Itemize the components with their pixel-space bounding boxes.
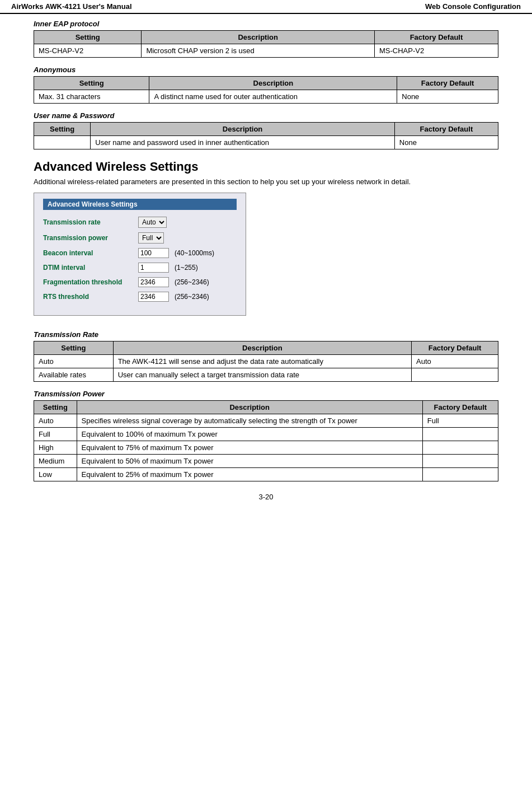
aws-field-row: Fragmentation threshold(256~2346): [43, 277, 237, 287]
table-row: Available ratesUser can manually select …: [34, 368, 498, 382]
table-row: HighEquivalent to 75% of maximum Tx powe…: [34, 441, 498, 455]
tp-col-setting: Setting: [34, 401, 77, 414]
inner-eap-section: Inner EAP protocol Setting Description F…: [34, 20, 498, 58]
anonymous-label: Anonymous: [34, 66, 498, 74]
aws-input-3[interactable]: [138, 263, 169, 273]
aws-select-0[interactable]: Auto: [138, 217, 167, 228]
table-row: AutoSpecifies wireless signal coverage b…: [34, 414, 498, 428]
table-cell: Auto: [34, 414, 77, 428]
aws-field-row: Beacon interval(40~1000ms): [43, 248, 237, 258]
tp-col-description: Description: [77, 401, 422, 414]
table-row: FullEquivalent to 100% of maximum Tx pow…: [34, 428, 498, 441]
table-row: Max. 31 charactersA distinct name used f…: [34, 90, 498, 104]
aws-field-control-5[interactable]: (256~2346): [138, 292, 209, 302]
table-cell: High: [34, 441, 77, 455]
username-label: User name & Password: [34, 111, 498, 120]
table-cell: [412, 368, 498, 382]
aws-description: Additional wireless-related parameters a…: [34, 177, 498, 186]
aws-field-label-1: Transmission power: [43, 234, 138, 242]
aws-field-row: Transmission powerFull: [43, 232, 237, 244]
table-cell: A distinct name used for outer authentic…: [149, 90, 397, 104]
inner-eap-col-factory: Factory Default: [374, 31, 498, 44]
table-cell: User can manually select a target transm…: [113, 368, 411, 382]
table-cell: Equivalent to 25% of maximum Tx power: [77, 468, 422, 481]
table-cell: [34, 136, 91, 149]
table-cell: Microsoft CHAP version 2 is used: [142, 44, 375, 58]
transmission-rate-table: Setting Description Factory Default Auto…: [34, 341, 498, 382]
aws-input-4[interactable]: [138, 277, 169, 287]
table-cell: MS-CHAP-V2: [374, 44, 498, 58]
aws-field-control-2[interactable]: (40~1000ms): [138, 248, 214, 258]
user-col-setting: Setting: [34, 123, 91, 136]
table-cell: Auto: [34, 355, 114, 368]
anonymous-table: Setting Description Factory Default Max.…: [34, 76, 498, 104]
aws-field-control-0[interactable]: Auto: [138, 217, 167, 228]
main-content: Inner EAP protocol Setting Description F…: [0, 14, 532, 512]
table-cell: MS-CHAP-V2: [34, 44, 142, 58]
table-row: MS-CHAP-V2Microsoft CHAP version 2 is us…: [34, 44, 498, 58]
inner-eap-col-description: Description: [142, 31, 375, 44]
username-table: Setting Description Factory Default User…: [34, 122, 498, 149]
inner-eap-label: Inner EAP protocol: [34, 20, 498, 28]
aws-input-2[interactable]: [138, 248, 169, 258]
tr-col-description: Description: [113, 341, 411, 355]
tr-col-factory: Factory Default: [412, 341, 498, 355]
table-cell: Auto: [412, 355, 498, 368]
anon-col-setting: Setting: [34, 77, 149, 90]
table-row: LowEquivalent to 25% of maximum Tx power: [34, 468, 498, 481]
aws-field-label-3: DTIM interval: [43, 264, 138, 272]
table-cell: The AWK-4121 will sense and adjust the d…: [113, 355, 411, 368]
aws-field-label-0: Transmission rate: [43, 218, 138, 226]
inner-eap-col-setting: Setting: [34, 31, 142, 44]
table-cell: [422, 455, 498, 468]
page-number: 3-20: [34, 493, 498, 501]
aws-hint-5: (256~2346): [175, 293, 209, 301]
table-cell: Medium: [34, 455, 77, 468]
transmission-rate-section: Transmission Rate Setting Description Fa…: [34, 330, 498, 382]
table-cell: Equivalent to 100% of maximum Tx power: [77, 428, 422, 441]
anon-col-factory: Factory Default: [397, 77, 498, 90]
aws-input-5[interactable]: [138, 292, 169, 302]
transmission-rate-label: Transmission Rate: [34, 330, 498, 339]
table-cell: Full: [422, 414, 498, 428]
aws-main-title: Advanced Wireless Settings: [34, 160, 498, 174]
table-row: MediumEquivalent to 50% of maximum Tx po…: [34, 455, 498, 468]
table-row: User name and password used in inner aut…: [34, 136, 498, 149]
aws-select-1[interactable]: Full: [138, 232, 164, 244]
anonymous-section: Anonymous Setting Description Factory De…: [34, 66, 498, 104]
transmission-power-label: Transmission Power: [34, 390, 498, 398]
table-cell: None: [397, 90, 498, 104]
aws-hint-4: (256~2346): [175, 278, 209, 286]
table-row: AutoThe AWK-4121 will sense and adjust t…: [34, 355, 498, 368]
header-left: AirWorks AWK-4121 User's Manual: [11, 2, 132, 11]
header-right: Web Console Configuration: [425, 2, 521, 11]
aws-field-row: DTIM interval(1~255): [43, 263, 237, 273]
table-cell: Equivalent to 50% of maximum Tx power: [77, 455, 422, 468]
username-section: User name & Password Setting Description…: [34, 111, 498, 149]
aws-field-row: Transmission rateAuto: [43, 217, 237, 228]
user-col-description: Description: [91, 123, 395, 136]
tp-col-factory: Factory Default: [422, 401, 498, 414]
aws-field-control-1[interactable]: Full: [138, 232, 164, 244]
table-cell: [422, 468, 498, 481]
transmission-power-table: Setting Description Factory Default Auto…: [34, 400, 498, 481]
aws-field-label-5: RTS threshold: [43, 293, 138, 301]
aws-field-control-4[interactable]: (256~2346): [138, 277, 209, 287]
aws-field-control-3[interactable]: (1~255): [138, 263, 198, 273]
aws-widget-title: Advanced Wireless Settings: [43, 199, 237, 210]
table-cell: None: [394, 136, 498, 149]
table-cell: Max. 31 characters: [34, 90, 149, 104]
table-cell: [422, 428, 498, 441]
aws-field-label-2: Beacon interval: [43, 249, 138, 257]
table-cell: Equivalent to 75% of maximum Tx power: [77, 441, 422, 455]
inner-eap-table: Setting Description Factory Default MS-C…: [34, 30, 498, 58]
transmission-power-section: Transmission Power Setting Description F…: [34, 390, 498, 481]
user-col-factory: Factory Default: [394, 123, 498, 136]
tr-col-setting: Setting: [34, 341, 114, 355]
aws-field-row: RTS threshold(256~2346): [43, 292, 237, 302]
table-cell: [422, 441, 498, 455]
table-cell: User name and password used in inner aut…: [91, 136, 395, 149]
table-cell: Specifies wireless signal coverage by au…: [77, 414, 422, 428]
table-cell: Low: [34, 468, 77, 481]
table-cell: Full: [34, 428, 77, 441]
